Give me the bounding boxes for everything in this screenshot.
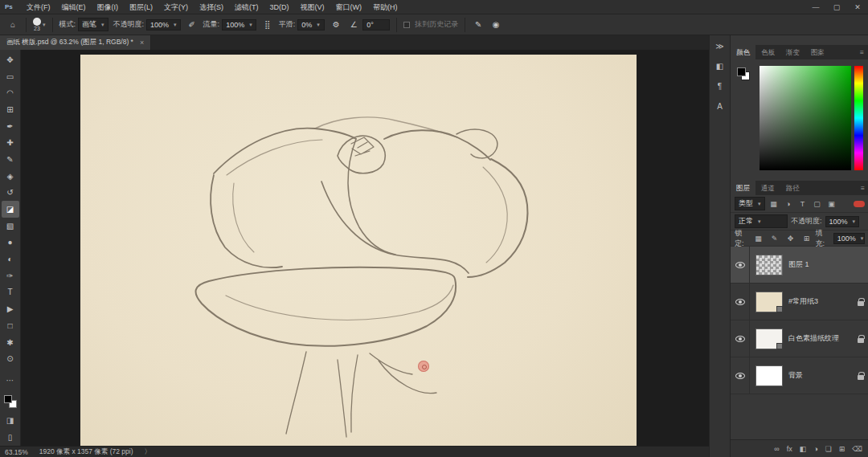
fill-select[interactable]: 100%▾: [833, 233, 865, 244]
tool-preset-picker[interactable]: 23 ▾: [33, 18, 46, 31]
checkbox-icon[interactable]: [403, 22, 410, 28]
layer-filter-toggle[interactable]: [854, 201, 865, 207]
tab-channels[interactable]: 通道: [755, 181, 780, 195]
filter-smart-object-icon[interactable]: ▣: [826, 200, 837, 208]
path-select-tool[interactable]: ▶: [2, 300, 19, 317]
layer-thumbnail[interactable]: [755, 255, 783, 275]
foreground-color-swatch[interactable]: [4, 395, 12, 403]
home-icon[interactable]: ⌂: [6, 20, 19, 29]
filter-pixel-icon[interactable]: ▦: [768, 200, 780, 208]
layer-thumbnail[interactable]: [755, 292, 783, 312]
foreground-color-chip[interactable]: [737, 67, 746, 76]
tab-layers[interactable]: 图层: [731, 181, 755, 195]
layer-thumbnail[interactable]: [755, 365, 783, 386]
menu-layer[interactable]: 图层(L): [124, 0, 158, 14]
layer-mask-icon[interactable]: ◧: [800, 445, 807, 453]
visibility-toggle[interactable]: [731, 357, 750, 394]
filter-shape-icon[interactable]: ▢: [812, 200, 823, 208]
panel-menu-icon[interactable]: ≡: [861, 184, 865, 192]
maximize-button[interactable]: ▢: [826, 0, 847, 14]
edit-toolbar-icon[interactable]: ⋯: [2, 372, 19, 389]
menu-help[interactable]: 帮助(H): [367, 0, 403, 14]
layer-thumbnail[interactable]: [755, 328, 783, 349]
menu-window[interactable]: 窗口(W): [330, 0, 368, 14]
tab-close-icon[interactable]: ×: [140, 39, 144, 47]
menu-edit[interactable]: 编辑(E): [56, 0, 92, 14]
brush-tool[interactable]: ✎: [2, 151, 19, 168]
filter-adjustment-icon[interactable]: ◑: [783, 200, 794, 208]
zoom-tool[interactable]: ⊙: [2, 350, 19, 367]
close-button[interactable]: ✕: [847, 0, 868, 14]
erase-to-history-option[interactable]: 抹到历史记录: [403, 19, 458, 30]
menu-image[interactable]: 图像(I): [92, 0, 125, 14]
character-panel-icon[interactable]: A: [717, 102, 723, 111]
delete-layer-icon[interactable]: ⌫: [852, 445, 862, 453]
shape-tool[interactable]: □: [2, 317, 19, 334]
eraser-tool[interactable]: ◪: [2, 201, 19, 218]
collapse-panels-icon[interactable]: ≫: [715, 42, 723, 51]
filter-kind-select[interactable]: 类型▾: [735, 197, 765, 210]
document-tab[interactable]: 画纸 横版.psd @ 63.2% (图层 1, RGB/8) * ×: [0, 35, 151, 50]
document-canvas[interactable]: [80, 55, 637, 446]
lasso-tool[interactable]: ◠: [2, 84, 19, 101]
flow-select[interactable]: 100%▾: [222, 19, 256, 31]
layer-row-paper[interactable]: #常用纸3: [731, 284, 868, 320]
visibility-toggle[interactable]: [731, 320, 750, 357]
status-chevron-icon[interactable]: 〉: [145, 447, 152, 457]
quick-mask-icon[interactable]: ◨: [2, 413, 19, 430]
color-swatches[interactable]: [4, 395, 17, 408]
panel-menu-icon[interactable]: ≡: [860, 48, 864, 56]
hand-tool[interactable]: ✱: [2, 334, 19, 351]
layer-row-layer1[interactable]: 图层 1: [731, 247, 868, 284]
properties-panel-icon[interactable]: ◧: [716, 62, 723, 71]
lock-pixels-icon[interactable]: ✎: [768, 235, 780, 243]
screen-mode-icon[interactable]: ▯: [2, 429, 19, 446]
blend-mode-select[interactable]: 正常▾: [735, 214, 788, 228]
history-brush-tool[interactable]: ↺: [2, 185, 19, 202]
tab-swatches[interactable]: 色板: [755, 45, 780, 59]
link-layers-icon[interactable]: ∞: [774, 445, 779, 453]
opacity-select[interactable]: 100%▾: [146, 19, 181, 31]
tablet-pressure-icon[interactable]: ◉: [489, 20, 502, 29]
visibility-toggle[interactable]: [731, 284, 750, 320]
clone-stamp-tool[interactable]: ◈: [2, 168, 19, 185]
visibility-toggle[interactable]: [731, 247, 750, 283]
brush-settings-panel-icon[interactable]: ✎: [472, 20, 485, 29]
layer-row-background[interactable]: 背景: [731, 357, 868, 394]
menu-file[interactable]: 文件(F): [21, 0, 56, 14]
tab-gradients[interactable]: 渐变: [780, 45, 805, 59]
new-layer-icon[interactable]: ⊞: [839, 445, 845, 453]
smoothing-select[interactable]: 0%▾: [297, 19, 325, 31]
pen-pressure-opacity-icon[interactable]: ✐: [186, 20, 199, 29]
menu-select[interactable]: 选择(S): [194, 0, 229, 14]
pen-tool[interactable]: ✑: [2, 267, 19, 284]
hue-slider[interactable]: [854, 66, 863, 170]
layer-opacity-select[interactable]: 100%▾: [825, 216, 860, 227]
layer-effects-icon[interactable]: fx: [787, 445, 792, 453]
eyedropper-tool[interactable]: ✒: [2, 118, 19, 135]
color-panel-swatches[interactable]: [737, 67, 750, 80]
crop-tool[interactable]: ⊞: [2, 101, 19, 118]
airbrush-icon[interactable]: ⣿: [261, 20, 274, 29]
dodge-tool[interactable]: ◐: [2, 251, 19, 267]
gradient-tool[interactable]: ▧: [2, 218, 19, 235]
paragraph-panel-icon[interactable]: ¶: [718, 82, 722, 91]
lock-all-icon[interactable]: ⊞: [800, 235, 812, 243]
lock-position-icon[interactable]: ✥: [784, 235, 796, 243]
tab-patterns[interactable]: 图案: [805, 45, 830, 59]
adjustment-layer-icon[interactable]: ◑: [813, 445, 817, 453]
marquee-tool[interactable]: ▭: [2, 68, 19, 85]
type-tool[interactable]: T: [2, 284, 19, 301]
move-tool[interactable]: ✥: [2, 51, 19, 68]
color-picker-field[interactable]: [760, 66, 851, 170]
smoothing-gear-icon[interactable]: ⚙: [330, 20, 342, 29]
menu-filter[interactable]: 滤镜(T): [229, 0, 264, 14]
blur-tool[interactable]: ●: [2, 235, 19, 251]
tab-color[interactable]: 颜色: [731, 45, 755, 59]
menu-type[interactable]: 文字(Y): [158, 0, 194, 14]
zoom-level[interactable]: 63.15%: [5, 448, 28, 456]
menu-3d[interactable]: 3D(D): [264, 0, 295, 14]
mode-select[interactable]: 画笔▾: [78, 18, 108, 31]
layer-group-icon[interactable]: ❏: [825, 445, 832, 453]
canvas-area[interactable]: [21, 50, 709, 446]
